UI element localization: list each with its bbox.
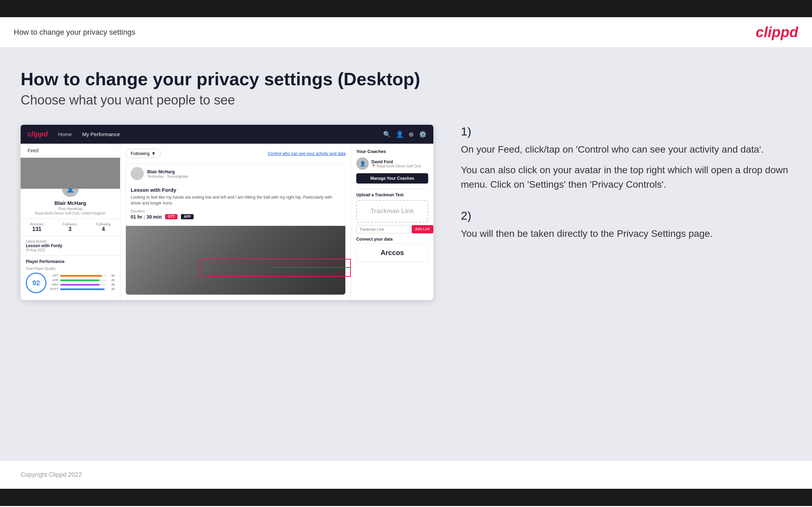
stat-followers-label: Followers (63, 222, 77, 226)
app-sidebar: Feed 👤 Blair McHarg Plus Handicap Royal … (21, 144, 120, 300)
nav-icons: 🔍 👤 ⊕ ⚙️ (383, 131, 426, 138)
activity-user-location: Yesterday · Sunningdale (147, 174, 188, 178)
avatar-icon: ⚙️ (419, 131, 426, 138)
top-bar (0, 0, 812, 17)
footer-copyright: Copyright Clippd 2022 (21, 471, 82, 478)
stat-activities-value: 131 (30, 226, 43, 232)
trackman-input-row: Add Link (356, 225, 428, 233)
coaches-title: Your Coaches (356, 149, 428, 154)
duration-label: Duration (131, 209, 340, 213)
app-screenshot-wrap: clippd Home My Performance 🔍 👤 ⊕ ⚙️ Feed (21, 125, 433, 300)
stat-activities: Activities 131 (30, 222, 43, 232)
coach-club: 📍 Royal North Devon Golf Club (371, 164, 421, 168)
instruction-2: 2) You will then be taken directly to th… (461, 209, 791, 241)
upload-title: Upload a Trackman Test (356, 192, 428, 197)
bar-ott: OTT 90 (50, 274, 115, 277)
profile-banner (21, 158, 120, 189)
section-divider (356, 189, 428, 189)
quality-score: 92 (26, 273, 46, 293)
bar-arg: ARG 86 (50, 283, 115, 286)
avatar-wrap: 👤 Blair McHarg Plus Handicap Royal North… (21, 189, 120, 219)
bottom-bar (0, 489, 812, 506)
search-icon: 🔍 (383, 131, 391, 138)
perf-title: Player Performance (26, 259, 115, 264)
coach-name: David Ford (371, 159, 421, 164)
quality-label: Total Player Quality (26, 267, 115, 271)
page-heading: How to change your privacy settings (Des… (21, 69, 791, 108)
stat-following: Following 4 (96, 222, 110, 232)
stat-followers-value: 3 (63, 226, 77, 232)
page-title: How to change your privacy settings (Des… (21, 69, 791, 89)
stat-activities-label: Activities (30, 222, 43, 226)
feed-header: Following ▼ Control who can see your act… (126, 149, 346, 158)
instruction-1-text-2: You can also click on your avatar in the… (461, 163, 791, 192)
add-link-button[interactable]: Add Link (412, 225, 433, 233)
trackman-input[interactable] (356, 225, 410, 233)
instruction-1-text-1: On your Feed, click/tap on 'Control who … (461, 142, 791, 157)
header-title: How to change your privacy settings (14, 28, 135, 37)
clippd-logo: clippd (756, 24, 798, 41)
app-body: Feed 👤 Blair McHarg Plus Handicap Royal … (21, 144, 433, 300)
activity-card: Blair McHarg Yesterday · Sunningdale Les… (126, 163, 346, 295)
profile-club: Royal North Devon Golf Club, United King… (35, 211, 106, 215)
activity-body: Lesson with Fordy Looking to feel like m… (126, 184, 345, 226)
profile-name: Blair McHarg (54, 200, 86, 206)
main-content: How to change your privacy settings (Des… (0, 48, 812, 461)
app-nav: clippd Home My Performance 🔍 👤 ⊕ ⚙️ (21, 125, 433, 144)
privacy-link[interactable]: Control who can see your activity and da… (268, 151, 346, 156)
quality-row: 92 OTT 90 APP (26, 273, 115, 293)
bar-putt: PUTT 96 (50, 287, 115, 291)
connect-title: Connect your data (356, 237, 428, 242)
add-icon: ⊕ (409, 131, 414, 138)
header: How to change your privacy settings clip… (0, 17, 812, 48)
nav-home: Home (58, 131, 72, 137)
coach-avatar: 👤 (356, 157, 369, 170)
page-subtitle: Choose what you want people to see (21, 93, 791, 108)
instruction-1: 1) On your Feed, click/tap on 'Control w… (461, 125, 791, 192)
activity-avatar (131, 167, 144, 180)
app-feed: Following ▼ Control who can see your act… (120, 144, 351, 300)
tag-app: APP (181, 214, 194, 219)
stat-following-label: Following (96, 222, 110, 226)
app-screenshot: clippd Home My Performance 🔍 👤 ⊕ ⚙️ Feed (21, 125, 433, 300)
stats-row: Activities 131 Followers 3 Following 4 (21, 219, 120, 236)
following-button[interactable]: Following ▼ (126, 149, 161, 158)
activity-title: Lesson with Fordy (131, 187, 340, 193)
latest-date: 03 Aug 2022 (26, 248, 115, 252)
coach-item: 👤 David Ford 📍 Royal North Devon Golf Cl… (356, 157, 428, 170)
instruction-2-num: 2) (461, 209, 791, 222)
nav-my-performance: My Performance (82, 131, 120, 137)
latest-label: Latest Activity (26, 240, 115, 243)
duration-value: 01 hr : 30 min OTT APP (131, 214, 340, 220)
arccos-name: Arccos (362, 249, 423, 257)
footer: Copyright Clippd 2022 (0, 461, 812, 489)
content-layout: clippd Home My Performance 🔍 👤 ⊕ ⚙️ Feed (21, 125, 791, 300)
stat-followers: Followers 3 (63, 222, 77, 232)
instruction-1-num: 1) (461, 125, 791, 138)
instructions: 1) On your Feed, click/tap on 'Control w… (454, 125, 791, 258)
app-logo: clippd (28, 130, 48, 138)
activity-user-name: Blair McHarg (147, 169, 188, 174)
latest-value: Lesson with Fordy (26, 243, 115, 248)
player-performance: Player Performance Total Player Quality … (21, 256, 120, 297)
arccos-box: Arccos (356, 243, 428, 262)
person-icon: 👤 (396, 131, 403, 138)
quality-bars: OTT 90 APP 85 (50, 274, 115, 292)
app-right-panel: Your Coaches 👤 David Ford 📍 Royal North … (351, 144, 433, 300)
tag-ott: OTT (165, 214, 177, 219)
activity-image (126, 226, 345, 295)
manage-coaches-button[interactable]: Manage Your Coaches (356, 173, 428, 184)
latest-activity: Latest Activity Lesson with Fordy 03 Aug… (21, 236, 120, 256)
instruction-2-text: You will then be taken directly to the P… (461, 227, 791, 241)
activity-description: Looking to feel like my hands are exitin… (131, 195, 340, 206)
profile-subtitle: Plus Handicap (58, 207, 83, 211)
activity-header: Blair McHarg Yesterday · Sunningdale (126, 164, 345, 184)
trackman-box: Trackman Link (356, 200, 428, 222)
bar-app: APP 85 (50, 278, 115, 282)
feed-tab: Feed (21, 144, 120, 158)
stat-following-value: 4 (96, 226, 110, 232)
